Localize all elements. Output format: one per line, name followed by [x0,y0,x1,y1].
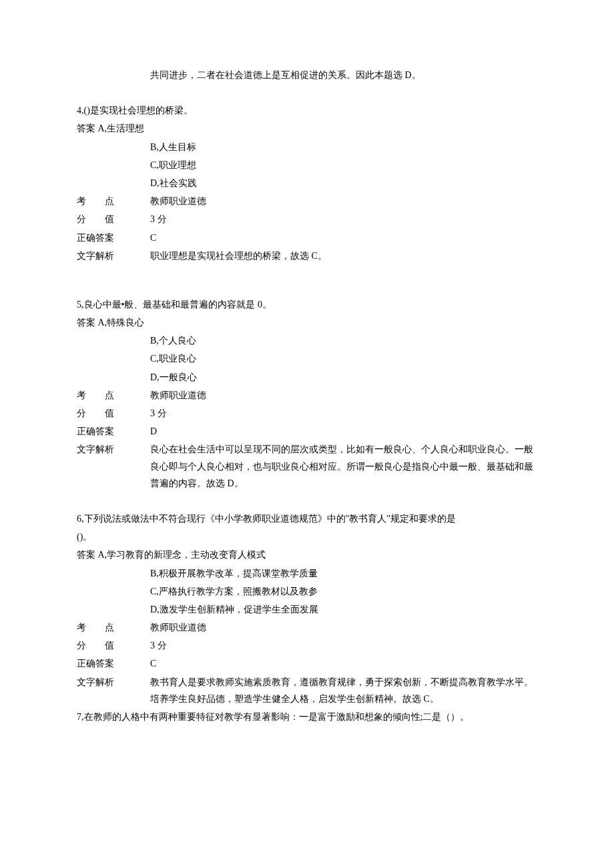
question-4-answer-row: 正确答案 C [77,230,537,246]
question-5-option-a: 答案 A,特殊良心 [77,314,537,331]
question-4-fenzhi: 3 分 [150,211,537,228]
question-6: 6,下列说法或做法中不符合现行《中小学教师职业道德规范》中的"教书育人"规定和要… [77,510,537,707]
kaodian-label: 考点 [77,619,150,636]
fenzhi-label: 分值 [77,637,150,654]
question-5-kaodian: 教师职业道德 [150,387,537,404]
question-5-explain: 良心在社会生活中可以呈现不同的层次或类型，比如有一般良心、个人良心和职业良心。一… [150,441,537,492]
question-5: 5,良心中最•般、最基础和最普遍的内容就是 0。 答案 A,特殊良心 B,个人良… [77,296,537,492]
question-4-option-d: D,社会实践 [77,175,537,191]
question-4-answer: C [150,230,537,246]
question-4-explain-row: 文字解析 职业理想是实现社会理想的桥梁，故选 C。 [77,248,537,264]
answer-label: 正确答案 [77,655,150,672]
question-4-option-b: B,人生目标 [77,139,537,155]
question-5-fenzhi: 3 分 [150,405,537,422]
question-4-option-c: C,职业理想 [77,157,537,173]
question-6-answer-row: 正确答案 C [77,655,537,672]
kaodian-label: 考点 [77,387,150,404]
question-5-explain-row: 文字解析 良心在社会生活中可以呈现不同的层次或类型，比如有一般良心、个人良心和职… [77,441,537,492]
prev-explanation-continuation: 共同进步，二者在社会道德上是互相促进的关系。因此本题选 D。 [77,67,537,83]
question-4-kaodian: 教师职业道德 [150,193,537,209]
question-6-fenzhi: 3 分 [150,637,537,654]
question-4-kaodian-row: 考点 教师职业道德 [77,193,537,209]
question-6-stem-line2: ()。 [77,528,537,545]
question-6-kaodian-row: 考点 教师职业道德 [77,619,537,636]
question-5-answer: D [150,423,537,440]
question-6-explain: 教书育人是要求教师实施素质教育，遵循教育规律，勇于探索创新，不断提高教育教学水平… [150,674,537,707]
answer-label: 正确答案 [77,423,150,440]
explain-label: 文字解析 [77,248,150,264]
question-7: 7,在教师的人格中有两种重要特征对教学有显著影响：一是富于激励和想象的倾向性;二… [77,709,537,725]
question-4-stem: 4,()是实现社会理想的桥梁。 [77,102,537,119]
question-6-kaodian: 教师职业道德 [150,619,537,636]
question-4-fenzhi-row: 分值 3 分 [77,211,537,228]
question-6-fenzhi-row: 分值 3 分 [77,637,537,654]
kaodian-label: 考点 [77,193,150,209]
answer-label: 正确答案 [77,230,150,246]
question-4: 4,()是实现社会理想的桥梁。 答案 A,生活理想 B,人生目标 C,职业理想 … [77,102,537,264]
question-6-option-b: B,积极开展教学改革，提高课堂教学质量 [77,565,537,582]
question-5-fenzhi-row: 分值 3 分 [77,405,537,422]
question-7-stem: 7,在教师的人格中有两种重要特征对教学有显著影响：一是富于激励和想象的倾向性;二… [77,709,537,725]
spacer [77,283,537,296]
question-5-option-d: D,一般良心 [77,369,537,386]
question-6-option-d: D,激发学生创新精神，促进学生全面发展 [77,601,537,618]
question-6-answer: C [150,655,537,672]
question-6-stem-line1: 6,下列说法或做法中不符合现行《中小学教师职业道德规范》中的"教书育人"规定和要… [77,510,537,527]
question-6-option-a: 答案 A,学习教育的新理念，主动改变育人模式 [77,546,537,563]
question-6-option-c: C,严格执行教学方案，照搬教材以及教参 [77,583,537,600]
question-5-answer-row: 正确答案 D [77,423,537,440]
question-4-explain: 职业理想是实现社会理想的桥梁，故选 C。 [150,248,537,264]
question-6-explain-row: 文字解析 教书育人是要求教师实施素质教育，遵循教育规律，勇于探索创新，不断提高教… [77,674,537,707]
document-page: 共同进步，二者在社会道德上是互相促进的关系。因此本题选 D。 4,()是实现社会… [0,0,614,868]
question-5-kaodian-row: 考点 教师职业道德 [77,387,537,404]
explain-label: 文字解析 [77,674,150,707]
fenzhi-label: 分值 [77,211,150,228]
explain-label: 文字解析 [77,441,150,492]
question-4-option-a: 答案 A,生活理想 [77,120,537,137]
fenzhi-label: 分值 [77,405,150,422]
question-5-stem: 5,良心中最•般、最基础和最普遍的内容就是 0。 [77,296,537,313]
question-5-option-b: B,个人良心 [77,332,537,349]
question-5-option-c: C,职业良心 [77,350,537,367]
